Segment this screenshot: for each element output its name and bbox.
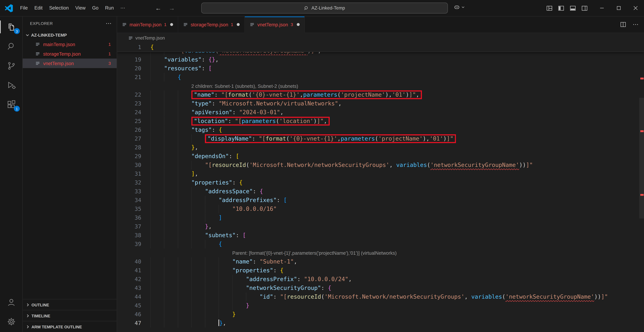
code-line-38[interactable]: 38"subnets": [ xyxy=(117,231,644,240)
more-actions-icon[interactable]: ⋯ xyxy=(633,23,638,26)
tab-storageTemp.json[interactable]: storageTemp.json1 xyxy=(178,16,245,33)
file-item-storageTemp.json[interactable]: storageTemp.json1 xyxy=(23,49,117,58)
indent-guide xyxy=(191,240,205,248)
breadcrumb-file-icon xyxy=(128,35,133,40)
customize-layout-icon[interactable] xyxy=(546,5,553,12)
activity-search[interactable] xyxy=(0,36,22,56)
code-editor[interactable]: 1{ "[variables('networkSecurityGroupName… xyxy=(117,43,644,332)
code-line-34[interactable]: 34"addressPrefixes": [ xyxy=(117,196,644,205)
code-line-47[interactable]: 47}, xyxy=(117,319,644,328)
indent-guide xyxy=(205,240,218,248)
sidebar-section-timeline[interactable]: TIMELINE xyxy=(23,310,117,321)
code-line-37[interactable]: 37}, xyxy=(117,222,644,231)
command-center-search[interactable]: AZ-Linked-Temp xyxy=(201,3,448,14)
activity-source-control[interactable] xyxy=(0,56,22,76)
sticky-line[interactable]: 1{ xyxy=(117,43,644,52)
code-line-35[interactable]: 35"10.0.0.0/16" xyxy=(117,205,644,214)
tab-label: mainTemp.json xyxy=(130,22,162,27)
token: ) xyxy=(308,52,311,54)
tab-mainTemp.json[interactable]: mainTemp.json1 xyxy=(117,16,178,33)
code-line-22[interactable]: 22"name": "[format('{0}-vnet-{1}',parame… xyxy=(117,90,644,99)
code-line-1[interactable]: 1{ xyxy=(117,43,644,52)
code-line-40[interactable]: 40"name": "Subnet-1", xyxy=(117,257,644,266)
code-line-46[interactable]: 46} xyxy=(117,310,644,319)
menu-item-edit[interactable]: Edit xyxy=(31,3,46,13)
activity-extensions[interactable]: 1 xyxy=(0,95,22,114)
activity-explorer[interactable]: 3 xyxy=(0,17,22,37)
token: ) xyxy=(313,118,317,124)
code-line-43[interactable]: 43"networkSecurityGroup": { xyxy=(117,284,644,292)
code-line-44[interactable]: 44"id": "[resourceId('Microsoft.Network/… xyxy=(117,292,644,301)
toggle-panel-icon[interactable] xyxy=(570,5,576,12)
code-line-21[interactable]: 21{ xyxy=(117,73,644,82)
code-line-28[interactable]: 28}, xyxy=(117,143,644,152)
code-line-29[interactable]: 29"dependsOn": [ xyxy=(117,152,644,161)
code-line-20[interactable]: 20"resources": [ xyxy=(117,64,644,73)
forward-arrow-icon[interactable]: → xyxy=(169,4,175,12)
token: "type" xyxy=(191,100,212,107)
line-number: 24 xyxy=(117,108,141,117)
activity-run-debug[interactable] xyxy=(0,76,22,95)
token: "[ xyxy=(221,92,228,98)
file-item-vnetTemp.json[interactable]: vnetTemp.json3 xyxy=(23,58,117,68)
code-line-33[interactable]: 33"addressSpace": { xyxy=(117,187,644,196)
back-arrow-icon[interactable]: ← xyxy=(155,4,162,12)
code-line-19[interactable]: 19"variables": {}, xyxy=(117,55,644,64)
token: ( xyxy=(427,162,430,168)
tab-vnetTemp.json[interactable]: vnetTemp.json3 xyxy=(245,16,305,33)
menu-item-selection[interactable]: Selection xyxy=(46,3,72,13)
menu-item-go[interactable]: Go xyxy=(89,3,102,13)
code-line-30[interactable]: 30"[resourceId('Microsoft.Network/networ… xyxy=(117,161,644,170)
history-navigation: ← → xyxy=(155,0,175,16)
indent-guide xyxy=(150,73,164,82)
codelens-row[interactable]: 2 children: Subnet-1 (subnets), Subnet-2… xyxy=(117,82,644,90)
breadcrumb[interactable]: vnetTemp.json xyxy=(117,33,644,43)
indent-guide xyxy=(164,178,178,187)
project-root-folder[interactable]: AZ-LINKED-TEMP xyxy=(23,30,117,40)
code-line-23[interactable]: 23"type": "Microsoft.Network/virtualNetw… xyxy=(117,99,644,108)
scrollbar-slider[interactable] xyxy=(639,98,644,218)
file-item-mainTemp.json[interactable]: mainTemp.json1 xyxy=(23,40,117,49)
copilot-menu[interactable] xyxy=(454,4,465,10)
menu-item-run[interactable]: Run xyxy=(102,3,117,13)
menu-item-more[interactable]: ⋯ xyxy=(117,3,128,13)
code-line-36[interactable]: 36] xyxy=(117,214,644,222)
codelens-row[interactable]: Parent: [format('{0}-vnet-{1}',parameter… xyxy=(117,248,644,257)
code-line-partial[interactable]: "[variables('networkSecurityGroupName')]… xyxy=(117,52,644,55)
sidebar-section-outline[interactable]: OUTLINE xyxy=(23,299,117,310)
menu-item-file[interactable]: File xyxy=(17,3,31,13)
more-actions-icon[interactable]: ⋯ xyxy=(106,22,112,25)
token: "variables" xyxy=(164,56,202,63)
token: "[ xyxy=(178,52,184,54)
token: : xyxy=(228,118,235,124)
maximize-button[interactable] xyxy=(610,0,627,16)
toggle-primary-sidebar-icon[interactable] xyxy=(558,5,564,12)
accounts-button[interactable] xyxy=(0,292,22,312)
token: { xyxy=(219,241,222,248)
code-line-45[interactable]: 45} xyxy=(117,301,644,310)
code-line-31[interactable]: 31], xyxy=(117,170,644,178)
split-editor-icon[interactable] xyxy=(620,22,626,28)
code-line-24[interactable]: 24"apiVersion": "2024-03-01", xyxy=(117,108,644,117)
token: ( xyxy=(248,92,252,98)
code-line-42[interactable]: 42"addressPrefix": "10.0.0.0/24", xyxy=(117,275,644,284)
sidebar-section-arm-template-outline[interactable]: ARM TEMPLATE OUTLINE xyxy=(23,321,117,332)
code-line-41[interactable]: 41"properties": { xyxy=(117,266,644,275)
line-number: 43 xyxy=(117,284,141,292)
close-button[interactable] xyxy=(627,0,644,16)
minimize-button[interactable] xyxy=(594,0,610,16)
code-content: "displayName": "[format('{0}-vnet-{1}',p… xyxy=(141,134,456,143)
toggle-secondary-sidebar-icon[interactable] xyxy=(582,5,588,12)
token: : xyxy=(321,285,328,291)
code-line-32[interactable]: 32"properties": { xyxy=(117,178,644,187)
code-line-25[interactable]: 25"location": "[parameters('location')]"… xyxy=(117,117,644,126)
code-line-39[interactable]: 39{ xyxy=(117,240,644,248)
code-content: ] xyxy=(141,214,222,222)
tab-problem-count: 1 xyxy=(231,22,233,27)
settings-button[interactable] xyxy=(0,312,22,331)
indent-guide xyxy=(164,266,178,275)
code-line-26[interactable]: 26"tags": { xyxy=(117,126,644,134)
token: { xyxy=(239,179,242,186)
menu-item-view[interactable]: View xyxy=(72,3,89,13)
code-line-27[interactable]: 27"displayName": "[format('{0}-vnet-{1}'… xyxy=(117,134,644,143)
